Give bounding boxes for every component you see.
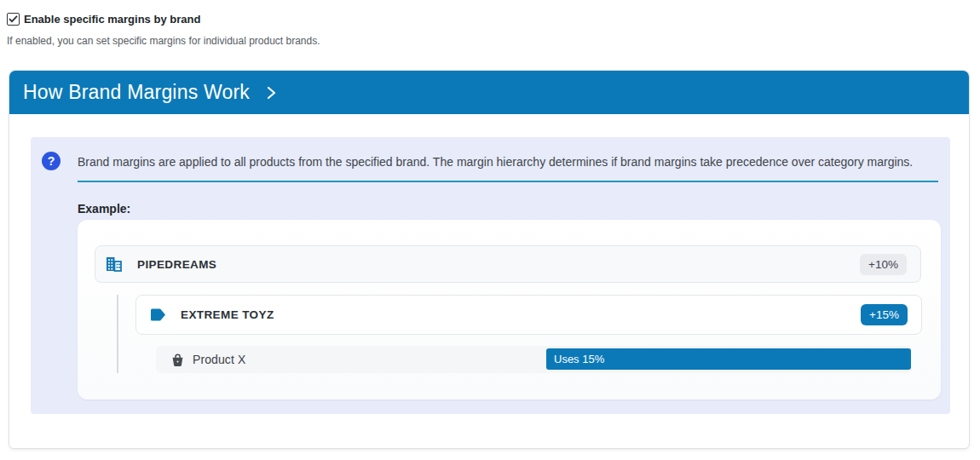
- manufacturer-name: PIPEDREAMS: [137, 258, 216, 271]
- brand-row: EXTREME TOYZ +15%: [135, 295, 922, 335]
- product-name: Product X: [193, 353, 245, 366]
- building-icon: [105, 256, 123, 273]
- brand-margins-panel: How Brand Margins Work ? Brand margins a…: [9, 70, 970, 449]
- setting-description: If enabled, you can set specific margins…: [7, 35, 320, 47]
- brand-margin-badge: +15%: [861, 304, 908, 325]
- shopping-bag-icon: [170, 353, 185, 367]
- applied-margin-bar: Uses 15%: [546, 348, 911, 370]
- how-brand-margins-work-header[interactable]: How Brand Margins Work: [9, 71, 969, 114]
- enable-brand-margins-checkbox[interactable]: [7, 13, 20, 26]
- hierarchy-connector-line: [117, 295, 118, 373]
- page: Enable specific margins by brand If enab…: [0, 0, 980, 460]
- product-row: Product X Uses 15%: [156, 346, 912, 373]
- help-icon: ?: [42, 152, 61, 170]
- help-text: Brand margins are applied to all product…: [78, 155, 941, 169]
- manufacturer-row: PIPEDREAMS +10%: [95, 245, 921, 283]
- chevron-right-icon: [267, 85, 276, 101]
- tag-icon: [151, 308, 166, 321]
- example-card: PIPEDREAMS +10% EXTREME TOYZ: [78, 220, 941, 400]
- checkmark-icon: [9, 15, 18, 23]
- help-panel: ? Brand margins are applied to all produ…: [31, 137, 950, 414]
- panel-title: How Brand Margins Work: [23, 81, 250, 104]
- divider: [78, 181, 938, 182]
- example-label: Example:: [78, 202, 130, 216]
- manufacturer-margin-badge: +10%: [860, 254, 907, 275]
- brand-name: EXTREME TOYZ: [181, 308, 274, 321]
- checkbox-label[interactable]: Enable specific margins by brand: [24, 13, 200, 26]
- enable-brand-margins-setting: Enable specific margins by brand: [7, 13, 200, 26]
